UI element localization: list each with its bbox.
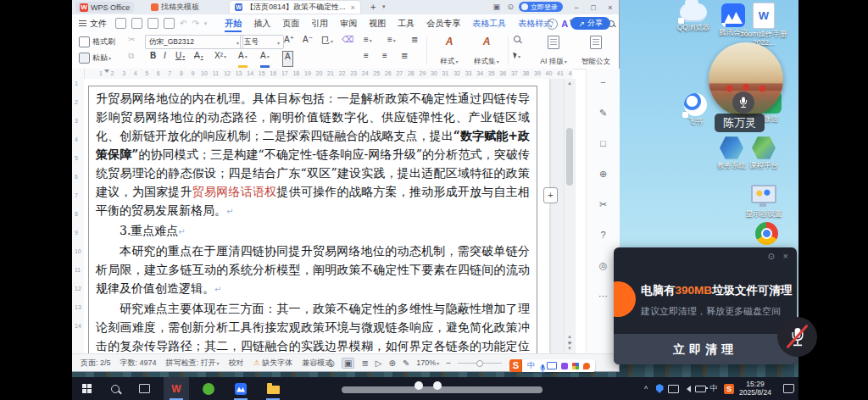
document-tab[interactable]: W 【活页0814】政策不确定性... × bbox=[230, 1, 360, 14]
export-pdf-icon[interactable] bbox=[131, 18, 142, 29]
print-preview-icon[interactable] bbox=[164, 18, 175, 29]
indent-marker[interactable] bbox=[104, 69, 109, 75]
file-menu[interactable]: 文件 bbox=[79, 18, 107, 30]
clear-format-icon[interactable]: ⌫ bbox=[342, 35, 353, 49]
menu-item[interactable]: 页面 bbox=[276, 14, 305, 32]
wps-home-tab[interactable]: W WPS Office bbox=[75, 2, 134, 13]
close-button[interactable]: × bbox=[602, 3, 619, 12]
page-view-icon[interactable]: ▣ bbox=[342, 358, 354, 369]
soft-keyboard-icon[interactable] bbox=[547, 362, 557, 369]
styleset-button[interactable]: A 样式集 bbox=[469, 35, 504, 68]
tray-chevron-icon[interactable]: ^ bbox=[639, 377, 653, 400]
page-nav-buttons[interactable]: ▲◆▼ bbox=[567, 334, 572, 352]
desktop-icon-display[interactable]: 显示器设置 bbox=[740, 185, 787, 219]
input-lang-icon[interactable]: 中 bbox=[527, 360, 535, 371]
proofread-button[interactable]: 校对 bbox=[229, 358, 244, 369]
tab-close-icon[interactable]: × bbox=[351, 3, 355, 12]
maximize-button[interactable]: □ bbox=[585, 3, 602, 12]
clean-now-button[interactable]: 立即清理 bbox=[614, 334, 797, 364]
grow-font-button[interactable]: A⁺ bbox=[284, 35, 294, 49]
upload-cloud-icon[interactable]: ↑ bbox=[547, 19, 558, 30]
align-center-icon[interactable]: ≡ bbox=[382, 51, 387, 65]
styles-button[interactable]: A 样式 bbox=[431, 35, 467, 68]
skin-palette-icon[interactable] bbox=[561, 363, 568, 369]
security-shield-icon[interactable] bbox=[653, 377, 666, 400]
zoom-out-button[interactable]: − bbox=[446, 358, 451, 368]
taskbar-search-button[interactable] bbox=[103, 377, 128, 400]
menu-item[interactable]: 视图 bbox=[363, 14, 392, 32]
minimize-button[interactable]: − bbox=[568, 3, 585, 12]
read-mode-icon[interactable]: ▷ bbox=[376, 358, 382, 368]
smart-doc-button[interactable]: 智能公文 bbox=[577, 35, 615, 68]
desktop-icon-zoomdoc[interactable]: W zoom操作手册2022... bbox=[740, 3, 787, 47]
shrink-font-button[interactable]: A⁻ bbox=[303, 35, 313, 49]
ink-mode-icon[interactable]: ✎ bbox=[403, 358, 409, 368]
highlight-color-button[interactable]: A bbox=[238, 51, 248, 68]
print-icon[interactable] bbox=[147, 18, 159, 29]
underline-button[interactable]: U bbox=[175, 51, 185, 65]
quick-insert-button[interactable]: + bbox=[543, 187, 558, 203]
outline-view-icon[interactable]: ≣ bbox=[361, 358, 368, 368]
template-tab[interactable]: 找稿夹模板 bbox=[147, 2, 203, 13]
menu-item[interactable]: 审阅 bbox=[334, 14, 363, 32]
missing-font-warning[interactable]: ⚠ 缺失字体 bbox=[253, 358, 293, 369]
desktop-icon-chrome[interactable] bbox=[743, 222, 790, 245]
battery-icon[interactable] bbox=[693, 377, 707, 400]
menu-item[interactable]: 开始 bbox=[219, 14, 248, 32]
taskbar-meeting-button[interactable] bbox=[228, 377, 253, 400]
layout-mode-icon[interactable]: ▣ bbox=[492, 3, 500, 11]
eye-protection-icon[interactable]: ◎ bbox=[327, 358, 335, 368]
copy-icon[interactable]: ⧉ bbox=[128, 51, 134, 65]
cut-icon[interactable]: ✂ bbox=[128, 35, 135, 49]
multilevel-list-icon[interactable]: ≣ bbox=[411, 35, 418, 49]
collapse-rail-icon[interactable]: − bbox=[587, 77, 620, 87]
desktop-icon-feishu[interactable]: 飞书 bbox=[671, 93, 719, 126]
toolbox-icon[interactable] bbox=[572, 363, 579, 369]
redo-icon[interactable]: ↷ bbox=[192, 19, 198, 28]
align-left-icon[interactable]: ≡ bbox=[364, 51, 369, 65]
share-button[interactable]: ↗ 分享 bbox=[570, 17, 610, 30]
taskbar-360-button[interactable] bbox=[196, 377, 221, 400]
menu-item[interactable]: 会员专享 bbox=[420, 14, 466, 32]
menu-item[interactable]: 引用 bbox=[305, 14, 334, 32]
undo-icon[interactable]: ↶ bbox=[180, 19, 186, 28]
zoom-slider[interactable] bbox=[458, 363, 502, 364]
vertical-ruler[interactable]: 1234567891011121314 bbox=[72, 69, 85, 353]
voice-input-icon[interactable] bbox=[539, 364, 542, 368]
format-painter-button[interactable]: 格式刷 bbox=[79, 35, 115, 48]
display-tray-icon[interactable] bbox=[666, 377, 680, 400]
web-layout-icon[interactable]: ⊕ bbox=[388, 358, 395, 368]
select-button[interactable] bbox=[514, 51, 520, 65]
taskbar-explorer-button[interactable] bbox=[260, 377, 286, 400]
strikethrough-button[interactable]: A bbox=[194, 51, 203, 65]
help-icon[interactable]: ? bbox=[587, 230, 620, 240]
vertical-scrollbar[interactable]: ▲ ▲◆▼ bbox=[564, 79, 575, 353]
mute-button[interactable] bbox=[777, 317, 817, 357]
ai-layout-button[interactable]: AI 排版 bbox=[534, 35, 573, 68]
save-icon[interactable] bbox=[115, 18, 126, 29]
menu-item[interactable]: 表格工具 bbox=[466, 14, 512, 32]
zoom-slider-handle[interactable] bbox=[476, 360, 483, 367]
font-name-select[interactable]: 仿宋_GB2312 bbox=[145, 35, 243, 49]
menu-item[interactable]: 插入 bbox=[248, 14, 276, 32]
taskbar-wps-button[interactable]: W bbox=[164, 377, 189, 400]
annotate-pen-icon[interactable]: ✎ bbox=[587, 108, 620, 119]
skin-icon[interactable]: ⊙ bbox=[507, 3, 514, 11]
select-tool-icon[interactable]: □ bbox=[587, 138, 620, 148]
quick-access-chevron-icon[interactable]: ▾ bbox=[204, 20, 208, 27]
font-color-button[interactable]: A bbox=[260, 51, 270, 68]
spellcheck-status[interactable]: 拼写检查: 打开 bbox=[166, 358, 220, 369]
sogou-news-icon[interactable] bbox=[583, 363, 590, 369]
start-button[interactable] bbox=[74, 377, 99, 400]
tab-list-chevron-icon[interactable]: ▾ bbox=[382, 3, 386, 10]
insert-comment-icon[interactable]: ⊕ bbox=[587, 169, 620, 180]
volume-icon[interactable] bbox=[680, 377, 693, 400]
bullet-list-icon[interactable]: ≡ bbox=[364, 35, 372, 49]
login-button[interactable]: 立即登录 bbox=[519, 2, 563, 12]
sogou-logo-icon[interactable]: S bbox=[509, 359, 522, 372]
change-case-icon[interactable]: 㔾 bbox=[321, 35, 333, 49]
italic-button[interactable]: I bbox=[164, 51, 166, 65]
font-size-select[interactable]: 五号 bbox=[240, 35, 284, 49]
zoom-level[interactable]: 170% bbox=[416, 358, 439, 367]
superscript-button[interactable]: X² bbox=[214, 51, 226, 65]
